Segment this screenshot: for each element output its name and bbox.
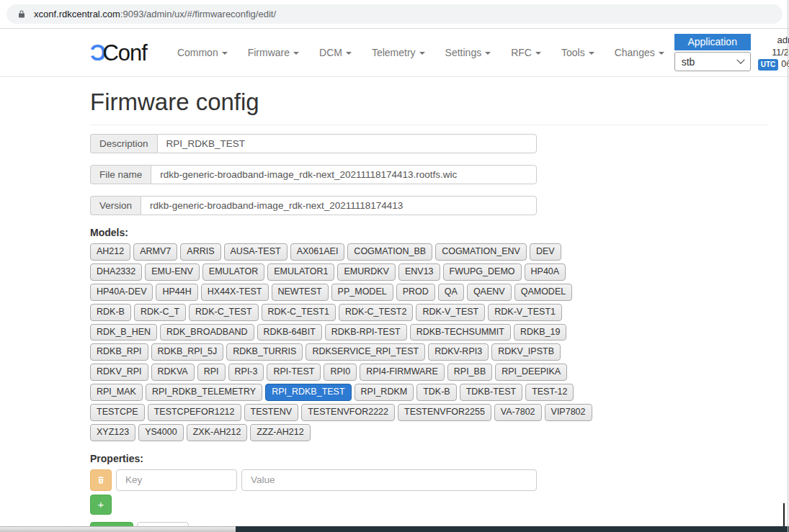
version-input[interactable] xyxy=(141,196,537,215)
model-toggle-xyz123[interactable]: XYZ123 xyxy=(90,424,135,441)
model-toggle-rdk_b_hen[interactable]: RDK_B_HEN xyxy=(90,324,157,341)
model-toggle-rdkva[interactable]: RDKVA xyxy=(151,364,195,381)
model-toggle-rdkv_rpi[interactable]: RDKV_RPI xyxy=(90,364,148,381)
model-toggle-rpi4-firmware[interactable]: RPI4-FIRMWARE xyxy=(360,364,445,381)
model-toggle-rdkb_turris[interactable]: RDKB_TURRIS xyxy=(226,343,303,361)
model-toggle-rdk-c_test1[interactable]: RDK-C_TEST1 xyxy=(262,304,336,321)
app-logo[interactable]: Ɔ Conf xyxy=(90,42,147,64)
logo-text: Conf xyxy=(102,42,146,64)
model-toggle-ausa-test[interactable]: AUSA-TEST xyxy=(224,243,287,261)
nav-item-common[interactable]: Common xyxy=(167,41,238,64)
model-toggle-hp40a-dev[interactable]: HP40A-DEV xyxy=(90,284,153,301)
model-toggle-vip7802[interactable]: VIP7802 xyxy=(545,404,592,421)
model-toggle-testenv[interactable]: TESTENV xyxy=(244,404,299,421)
model-toggle-rpi_rdkb_test[interactable]: RPI_RDKB_TEST xyxy=(265,384,351,401)
model-toggle-rdk-c_t[interactable]: RDK-C_T xyxy=(134,304,186,321)
model-toggle-hx44x-test[interactable]: HX44X-TEST xyxy=(201,284,269,301)
description-input[interactable] xyxy=(157,134,537,153)
nav-item-telemetry[interactable]: Telemetry xyxy=(362,41,435,64)
model-toggle-ys4000[interactable]: YS4000 xyxy=(138,424,183,441)
model-toggle-testenvfor2255[interactable]: TESTENVFOR2255 xyxy=(398,404,491,421)
nav-item-settings[interactable]: Settings xyxy=(435,41,502,64)
model-toggle-rdkb-techsummit[interactable]: RDKB-TECHSUMMIT xyxy=(410,324,511,341)
url-path: :9093/admin/ux/#/firmwareconfig/edit/ xyxy=(120,9,276,19)
delete-property-button[interactable] xyxy=(90,469,112,491)
model-toggle-newtest[interactable]: NEWTEST xyxy=(272,284,329,301)
model-toggle-rpi0[interactable]: RPI0 xyxy=(324,364,357,381)
model-toggle-emulator[interactable]: EMULATOR xyxy=(202,263,264,281)
model-toggle-rpi_rdkb_telemetry[interactable]: RPI_RDKB_TELEMETRY xyxy=(146,384,262,401)
model-toggle-rdkservice_rpi_test[interactable]: RDKSERVICE_RPI_TEST xyxy=(306,343,425,361)
model-toggle-dha2332[interactable]: DHA2332 xyxy=(90,263,142,281)
model-toggle-hp40a[interactable]: HP40A xyxy=(525,263,566,281)
model-toggle-rpi_rdkm[interactable]: RPI_RDKM xyxy=(355,384,414,401)
model-toggle-rpi_bb[interactable]: RPI_BB xyxy=(447,364,492,381)
version-group: Version xyxy=(90,196,537,215)
model-toggle-emulator1[interactable]: EMULATOR1 xyxy=(267,263,334,281)
nav-item-rfc[interactable]: RFC xyxy=(501,41,551,64)
model-toggle-ax061aei[interactable]: AX061AEI xyxy=(290,243,345,261)
model-toggle-cogmation_env[interactable]: COGMATION_ENV xyxy=(435,243,527,261)
model-toggle-test-12[interactable]: TEST-12 xyxy=(525,384,574,401)
model-toggle-testcpe[interactable]: TESTCPE xyxy=(90,404,145,421)
model-toggle-rpi_deepika[interactable]: RPI_DEEPIKA xyxy=(495,364,567,381)
description-group: Description xyxy=(90,134,537,153)
model-toggle-qa[interactable]: QA xyxy=(438,284,464,301)
model-toggle-tdkb-test[interactable]: TDKB-TEST xyxy=(460,384,522,401)
model-toggle-rpi-3[interactable]: RPI-3 xyxy=(228,364,264,381)
model-toggle-rpi-test[interactable]: RPI-TEST xyxy=(267,364,321,381)
model-toggle-rdk-b[interactable]: RDK-B xyxy=(90,304,131,321)
model-toggle-ah212[interactable]: AH212 xyxy=(90,243,130,261)
model-toggle-testenvfor2222[interactable]: TESTENVFOR2222 xyxy=(301,404,395,421)
application-select[interactable]: stb xyxy=(674,52,751,71)
model-toggle-rpi[interactable]: RPI xyxy=(197,364,226,381)
model-toggle-rdkb_rpi_5j[interactable]: RDKB_RPI_5J xyxy=(151,343,224,361)
description-label: Description xyxy=(90,134,157,153)
property-key-input[interactable] xyxy=(116,469,237,491)
model-toggle-rdk-v_test1[interactable]: RDK-V_TEST1 xyxy=(488,304,562,321)
timezone-badge: UTC xyxy=(758,59,779,71)
model-toggle-rdkb-64bit[interactable]: RDKB-64BIT xyxy=(257,324,322,341)
model-toggle-emurdkv[interactable]: EMURDKV xyxy=(337,263,396,281)
file-name-input[interactable] xyxy=(151,165,537,184)
model-toggle-rdkb-rpi-test[interactable]: RDKB-RPI-TEST xyxy=(325,324,407,341)
model-toggle-tdk-b[interactable]: TDK-B xyxy=(416,384,457,401)
model-toggle-rpi_mak[interactable]: RPI_MAK xyxy=(90,384,143,401)
nav-item-dcm[interactable]: DCM xyxy=(309,41,362,64)
nav-item-changes[interactable]: Changes xyxy=(605,41,674,64)
model-toggle-va-7802[interactable]: VA-7802 xyxy=(494,404,542,421)
model-toggle-qaenv[interactable]: QAENV xyxy=(467,284,512,301)
url-bar[interactable]: xconf.rdkcentral.com:9093/admin/ux/#/fir… xyxy=(6,4,783,24)
model-toggle-zzz-ah212[interactable]: ZZZ-AH212 xyxy=(250,424,310,441)
horizontal-scrollbar-thumb[interactable] xyxy=(0,526,236,532)
app-header: Ɔ Conf CommonFirmwareDCMTelemetrySetting… xyxy=(0,29,789,77)
model-toggle-dev[interactable]: DEV xyxy=(530,243,561,261)
model-toggle-env13[interactable]: ENV13 xyxy=(398,263,440,281)
caret-down-icon xyxy=(419,52,425,55)
model-toggle-emu-env[interactable]: EMU-ENV xyxy=(145,263,200,281)
model-toggle-cogmation_bb[interactable]: COGMATION_BB xyxy=(347,243,432,261)
model-toggle-rdk-v_test[interactable]: RDK-V_TEST xyxy=(416,304,485,321)
model-toggle-testcpefor1212[interactable]: TESTCPEFOR1212 xyxy=(148,404,241,421)
property-value-input[interactable] xyxy=(241,469,537,491)
header-right: Application stb admin 11/20/2021 xyxy=(674,34,789,71)
model-toggle-hp44h[interactable]: HP44H xyxy=(156,284,197,301)
model-toggle-rdk-c_test2[interactable]: RDK-C_TEST2 xyxy=(339,304,413,321)
nav-item-tools[interactable]: Tools xyxy=(551,41,605,64)
model-toggle-rdkv-rpi3[interactable]: RDKV-RPI3 xyxy=(428,343,489,361)
model-toggle-rdkv_ipstb[interactable]: RDKV_IPSTB xyxy=(491,343,561,361)
model-toggle-armv7[interactable]: ARMV7 xyxy=(133,243,177,261)
model-toggle-rdkb_rpi[interactable]: RDKB_RPI xyxy=(90,343,148,361)
model-toggle-qamodel[interactable]: QAMODEL xyxy=(514,284,573,301)
model-toggle-zxk-ah212[interactable]: ZXK-AH212 xyxy=(187,424,248,441)
model-toggle-rdkb_19[interactable]: RDKB_19 xyxy=(514,324,567,341)
model-toggle-prod[interactable]: PROD xyxy=(396,284,435,301)
add-property-button[interactable]: + xyxy=(90,495,112,515)
model-toggle-arris[interactable]: ARRIS xyxy=(180,243,220,261)
nav-item-firmware[interactable]: Firmware xyxy=(238,41,309,64)
model-toggle-rdk-c_test[interactable]: RDK-C_TEST xyxy=(189,304,258,321)
chevron-down-icon xyxy=(736,55,744,63)
model-toggle-pp_model[interactable]: PP_MODEL xyxy=(331,284,393,301)
model-toggle-rdk_broadband[interactable]: RDK_BROADBAND xyxy=(160,324,254,341)
model-toggle-fwupg_demo[interactable]: FWUPG_DEMO xyxy=(443,263,522,281)
